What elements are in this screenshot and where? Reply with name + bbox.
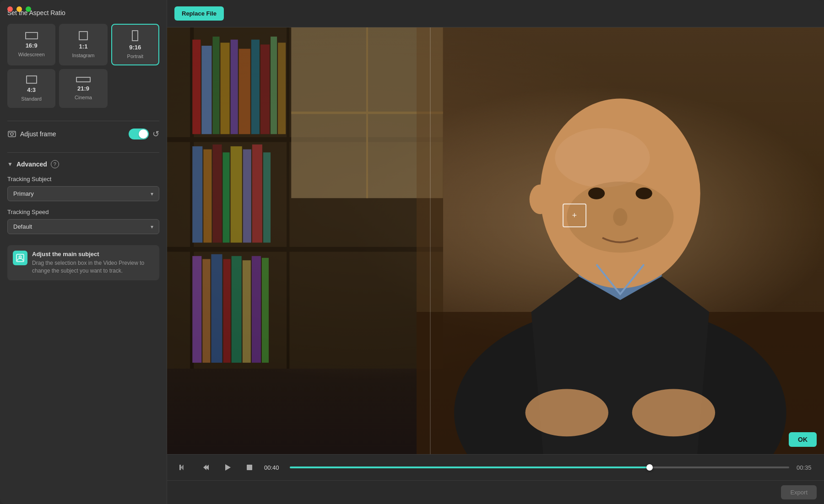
right-panel: Replace File bbox=[167, 0, 824, 504]
aspect-icon-16-9 bbox=[25, 32, 38, 39]
svg-rect-13 bbox=[212, 37, 219, 134]
tracking-speed-dropdown[interactable]: Default ▾ bbox=[7, 219, 159, 234]
tracking-subject-value: Primary bbox=[13, 190, 34, 197]
svg-rect-34 bbox=[243, 260, 251, 363]
tracking-subject-label: Tracking Subject bbox=[7, 176, 159, 182]
ok-button[interactable]: OK bbox=[789, 432, 817, 447]
export-button[interactable]: Export bbox=[781, 485, 817, 499]
adjust-frame-icon bbox=[7, 129, 16, 139]
aspect-ratio-label-21-9: 21:9 bbox=[77, 85, 89, 92]
progress-thumb bbox=[646, 464, 653, 471]
maximize-button[interactable] bbox=[26, 6, 31, 12]
tracking-box[interactable] bbox=[563, 204, 586, 227]
svg-rect-22 bbox=[203, 150, 211, 243]
svg-rect-0 bbox=[8, 131, 16, 137]
svg-point-49 bbox=[636, 188, 652, 199]
svg-rect-26 bbox=[243, 150, 251, 243]
subject-icon bbox=[16, 254, 24, 262]
svg-rect-10 bbox=[167, 247, 443, 252]
aspect-ratio-label-16-9: 16:9 bbox=[26, 42, 38, 49]
left-panel: Set the Aspect Ratio 16:9 Widescreen 1:1… bbox=[0, 0, 167, 504]
aspect-icon-21-9 bbox=[76, 77, 91, 82]
current-time: 00:40 bbox=[264, 464, 282, 471]
svg-marker-54 bbox=[180, 465, 184, 470]
aspect-card-1-1[interactable]: 1:1 Instagram bbox=[59, 24, 107, 65]
aspect-icon-4-3 bbox=[26, 75, 37, 84]
svg-rect-29 bbox=[192, 256, 201, 363]
aspect-card-9-16[interactable]: 9:16 Portrait bbox=[111, 24, 159, 65]
adjust-frame-controls: ↺ bbox=[129, 129, 159, 139]
aspect-ratio-grid-row2: 4:3 Standard 21:9 Cinema bbox=[7, 69, 159, 108]
playback-controls: 00:40 00:35 bbox=[167, 454, 824, 480]
skip-back-icon bbox=[179, 463, 188, 472]
info-description: Drag the selection box in the Video Prev… bbox=[32, 259, 154, 275]
aspect-ratio-label-1-1: 1:1 bbox=[79, 43, 88, 50]
divider-2 bbox=[7, 152, 159, 153]
progress-bar[interactable] bbox=[290, 466, 789, 468]
adjust-frame-label: Adjust frame bbox=[20, 130, 56, 138]
aspect-icon-9-16 bbox=[132, 30, 138, 41]
aspect-ratio-label-4-3: 4:3 bbox=[27, 86, 36, 93]
minimize-button[interactable] bbox=[16, 6, 22, 12]
replace-file-button[interactable]: Replace File bbox=[174, 6, 224, 21]
reset-icon[interactable]: ↺ bbox=[152, 129, 159, 139]
step-back-button[interactable] bbox=[198, 460, 213, 475]
svg-rect-21 bbox=[192, 146, 202, 243]
tracking-speed-value: Default bbox=[13, 223, 32, 230]
svg-point-51 bbox=[530, 184, 551, 214]
svg-point-48 bbox=[588, 188, 605, 199]
bookshelf-background bbox=[167, 27, 443, 369]
svg-rect-15 bbox=[231, 40, 238, 134]
svg-marker-58 bbox=[225, 464, 231, 471]
aspect-card-21-9[interactable]: 21:9 Cinema bbox=[59, 69, 107, 108]
help-icon[interactable]: ? bbox=[51, 160, 59, 168]
toggle-track bbox=[129, 129, 149, 139]
aspect-name-4-3: Standard bbox=[21, 96, 42, 102]
close-button[interactable] bbox=[7, 6, 13, 12]
play-button[interactable] bbox=[220, 460, 235, 475]
aspect-name-21-9: Cinema bbox=[75, 95, 92, 100]
tracking-speed-label: Tracking Speed bbox=[7, 209, 159, 215]
window-traffic-lights bbox=[7, 6, 31, 12]
info-box: Adjust the main subject Drag the selecti… bbox=[7, 245, 159, 280]
svg-rect-24 bbox=[223, 152, 230, 242]
aspect-name-16-9: Widescreen bbox=[18, 52, 45, 57]
svg-point-1 bbox=[11, 133, 13, 135]
svg-rect-27 bbox=[252, 145, 262, 243]
tracking-subject-chevron-icon: ▾ bbox=[151, 191, 153, 197]
advanced-title: Advanced bbox=[16, 161, 47, 168]
tracking-subject-dropdown[interactable]: Primary ▾ bbox=[7, 186, 159, 201]
skip-back-button[interactable] bbox=[176, 460, 191, 475]
svg-point-52 bbox=[526, 389, 608, 436]
svg-point-50 bbox=[613, 208, 628, 226]
svg-rect-11 bbox=[192, 40, 201, 134]
person-region bbox=[417, 27, 824, 454]
adjust-frame-toggle[interactable] bbox=[129, 129, 149, 139]
aspect-grid-placeholder bbox=[111, 69, 159, 108]
svg-rect-59 bbox=[247, 465, 252, 470]
aspect-name-1-1: Instagram bbox=[72, 53, 95, 58]
svg-rect-25 bbox=[231, 146, 242, 243]
export-footer: Export bbox=[167, 480, 824, 504]
person-svg bbox=[417, 27, 824, 454]
svg-rect-20 bbox=[278, 43, 286, 134]
svg-rect-30 bbox=[202, 259, 210, 363]
aspect-card-4-3[interactable]: 4:3 Standard bbox=[7, 69, 55, 108]
svg-rect-17 bbox=[251, 40, 260, 134]
svg-rect-35 bbox=[252, 256, 261, 363]
info-text-block: Adjust the main subject Drag the selecti… bbox=[32, 251, 154, 275]
info-icon-box bbox=[13, 251, 27, 265]
svg-point-5 bbox=[19, 256, 22, 258]
svg-rect-23 bbox=[212, 145, 222, 243]
stop-button[interactable] bbox=[242, 460, 257, 475]
svg-rect-31 bbox=[211, 254, 222, 363]
info-title: Adjust the main subject bbox=[32, 251, 154, 257]
advanced-header[interactable]: ▼ Advanced ? bbox=[7, 160, 159, 168]
svg-rect-33 bbox=[232, 256, 242, 363]
svg-point-46 bbox=[555, 128, 650, 188]
svg-rect-8 bbox=[287, 27, 289, 369]
aspect-card-16-9[interactable]: 16:9 Widescreen bbox=[7, 24, 55, 65]
svg-rect-19 bbox=[271, 37, 277, 134]
divider-1 bbox=[7, 121, 159, 121]
toggle-thumb bbox=[139, 129, 148, 139]
